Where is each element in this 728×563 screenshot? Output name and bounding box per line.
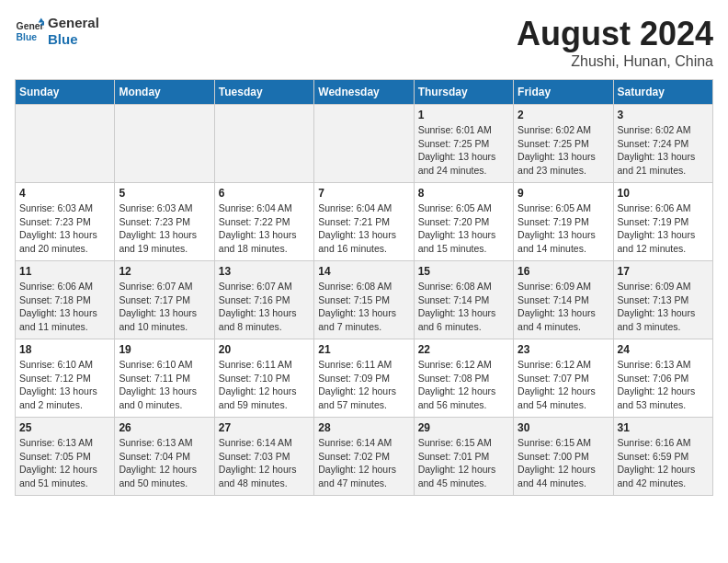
day-number: 21 — [318, 343, 409, 356]
day-cell: 8Sunrise: 6:05 AM Sunset: 7:20 PM Daylig… — [414, 183, 513, 261]
day-cell: 1Sunrise: 6:01 AM Sunset: 7:25 PM Daylig… — [414, 105, 513, 183]
col-wednesday: Wednesday — [314, 80, 414, 105]
logo-name-part1: General — [48, 15, 99, 31]
day-cell: 5Sunrise: 6:03 AM Sunset: 7:23 PM Daylig… — [115, 183, 214, 261]
day-number: 6 — [219, 187, 310, 200]
day-info: Sunrise: 6:10 AM Sunset: 7:11 PM Dayligh… — [119, 358, 210, 412]
day-number: 22 — [418, 343, 509, 356]
col-monday: Monday — [115, 80, 214, 105]
day-info: Sunrise: 6:11 AM Sunset: 7:09 PM Dayligh… — [318, 358, 409, 412]
day-number: 7 — [318, 187, 409, 200]
day-info: Sunrise: 6:16 AM Sunset: 6:59 PM Dayligh… — [618, 436, 709, 490]
day-cell: 14Sunrise: 6:08 AM Sunset: 7:15 PM Dayli… — [314, 261, 414, 339]
week-row-5: 25Sunrise: 6:13 AM Sunset: 7:05 PM Dayli… — [16, 418, 713, 496]
day-info: Sunrise: 6:09 AM Sunset: 7:14 PM Dayligh… — [518, 280, 609, 334]
day-cell: 30Sunrise: 6:15 AM Sunset: 7:00 PM Dayli… — [514, 418, 613, 496]
day-number: 9 — [518, 187, 609, 200]
day-info: Sunrise: 6:14 AM Sunset: 7:03 PM Dayligh… — [219, 436, 310, 490]
day-info: Sunrise: 6:02 AM Sunset: 7:25 PM Dayligh… — [518, 123, 609, 178]
day-info: Sunrise: 6:07 AM Sunset: 7:17 PM Dayligh… — [119, 280, 210, 334]
week-row-1: 1Sunrise: 6:01 AM Sunset: 7:25 PM Daylig… — [16, 105, 713, 183]
day-number: 25 — [19, 421, 110, 434]
calendar-title: August 2024 — [517, 15, 713, 53]
day-number: 17 — [618, 265, 709, 278]
day-number: 12 — [119, 265, 210, 278]
day-cell: 13Sunrise: 6:07 AM Sunset: 7:16 PM Dayli… — [214, 261, 313, 339]
logo-name-part2: Blue — [48, 31, 99, 48]
week-row-3: 11Sunrise: 6:06 AM Sunset: 7:18 PM Dayli… — [16, 261, 713, 339]
day-number: 2 — [518, 109, 609, 121]
logo: General Blue General Blue — [15, 15, 99, 48]
day-number: 8 — [418, 187, 509, 200]
day-number: 13 — [219, 265, 310, 278]
day-cell: 9Sunrise: 6:05 AM Sunset: 7:19 PM Daylig… — [514, 183, 613, 261]
col-sunday: Sunday — [16, 80, 115, 105]
day-number: 29 — [418, 421, 509, 434]
day-cell: 12Sunrise: 6:07 AM Sunset: 7:17 PM Dayli… — [115, 261, 214, 339]
day-cell: 25Sunrise: 6:13 AM Sunset: 7:05 PM Dayli… — [16, 418, 115, 496]
day-info: Sunrise: 6:03 AM Sunset: 7:23 PM Dayligh… — [19, 201, 110, 256]
day-info: Sunrise: 6:13 AM Sunset: 7:05 PM Dayligh… — [19, 436, 110, 490]
day-info: Sunrise: 6:13 AM Sunset: 7:04 PM Dayligh… — [119, 436, 210, 490]
svg-text:Blue: Blue — [17, 32, 38, 42]
day-cell: 4Sunrise: 6:03 AM Sunset: 7:23 PM Daylig… — [16, 183, 115, 261]
title-block: August 2024 Zhushi, Hunan, China — [517, 15, 713, 70]
day-number: 14 — [318, 265, 409, 278]
day-info: Sunrise: 6:15 AM Sunset: 7:01 PM Dayligh… — [418, 436, 509, 490]
day-info: Sunrise: 6:11 AM Sunset: 7:10 PM Dayligh… — [219, 358, 310, 412]
day-cell: 26Sunrise: 6:13 AM Sunset: 7:04 PM Dayli… — [115, 418, 214, 496]
day-info: Sunrise: 6:07 AM Sunset: 7:16 PM Dayligh… — [219, 280, 310, 334]
day-info: Sunrise: 6:04 AM Sunset: 7:21 PM Dayligh… — [318, 201, 409, 256]
day-cell: 31Sunrise: 6:16 AM Sunset: 6:59 PM Dayli… — [613, 418, 712, 496]
day-number: 15 — [418, 265, 509, 278]
day-cell: 27Sunrise: 6:14 AM Sunset: 7:03 PM Dayli… — [214, 418, 313, 496]
day-number: 24 — [618, 343, 709, 356]
day-info: Sunrise: 6:02 AM Sunset: 7:24 PM Dayligh… — [618, 123, 709, 178]
day-info: Sunrise: 6:06 AM Sunset: 7:18 PM Dayligh… — [19, 280, 110, 334]
day-cell: 22Sunrise: 6:12 AM Sunset: 7:08 PM Dayli… — [414, 339, 513, 418]
day-cell: 18Sunrise: 6:10 AM Sunset: 7:12 PM Dayli… — [16, 339, 115, 418]
calendar-subtitle: Zhushi, Hunan, China — [517, 53, 713, 70]
day-cell — [16, 105, 115, 183]
day-cell: 21Sunrise: 6:11 AM Sunset: 7:09 PM Dayli… — [314, 339, 414, 418]
day-number: 20 — [219, 343, 310, 356]
day-cell — [314, 105, 414, 183]
day-cell: 29Sunrise: 6:15 AM Sunset: 7:01 PM Dayli… — [414, 418, 513, 496]
day-info: Sunrise: 6:15 AM Sunset: 7:00 PM Dayligh… — [518, 436, 609, 490]
day-number: 3 — [618, 109, 709, 121]
day-cell: 28Sunrise: 6:14 AM Sunset: 7:02 PM Dayli… — [314, 418, 414, 496]
col-tuesday: Tuesday — [214, 80, 313, 105]
day-info: Sunrise: 6:12 AM Sunset: 7:08 PM Dayligh… — [418, 358, 509, 412]
col-friday: Friday — [514, 80, 613, 105]
logo-icon: General Blue — [15, 17, 44, 46]
day-info: Sunrise: 6:03 AM Sunset: 7:23 PM Dayligh… — [119, 201, 210, 256]
day-cell: 10Sunrise: 6:06 AM Sunset: 7:19 PM Dayli… — [613, 183, 712, 261]
week-row-4: 18Sunrise: 6:10 AM Sunset: 7:12 PM Dayli… — [16, 339, 713, 418]
day-cell: 3Sunrise: 6:02 AM Sunset: 7:24 PM Daylig… — [613, 105, 712, 183]
day-number: 5 — [119, 187, 210, 200]
day-info: Sunrise: 6:08 AM Sunset: 7:14 PM Dayligh… — [418, 280, 509, 334]
day-info: Sunrise: 6:05 AM Sunset: 7:19 PM Dayligh… — [518, 201, 609, 256]
day-cell: 19Sunrise: 6:10 AM Sunset: 7:11 PM Dayli… — [115, 339, 214, 418]
calendar-table: Sunday Monday Tuesday Wednesday Thursday… — [15, 79, 713, 496]
day-info: Sunrise: 6:13 AM Sunset: 7:06 PM Dayligh… — [618, 358, 709, 412]
day-cell: 23Sunrise: 6:12 AM Sunset: 7:07 PM Dayli… — [514, 339, 613, 418]
day-cell: 11Sunrise: 6:06 AM Sunset: 7:18 PM Dayli… — [16, 261, 115, 339]
day-cell: 16Sunrise: 6:09 AM Sunset: 7:14 PM Dayli… — [514, 261, 613, 339]
calendar-header-row: Sunday Monday Tuesday Wednesday Thursday… — [16, 80, 713, 105]
day-number: 26 — [119, 421, 210, 434]
day-info: Sunrise: 6:01 AM Sunset: 7:25 PM Dayligh… — [418, 123, 509, 178]
day-info: Sunrise: 6:08 AM Sunset: 7:15 PM Dayligh… — [318, 280, 409, 334]
col-thursday: Thursday — [414, 80, 513, 105]
day-number: 28 — [318, 421, 409, 434]
day-number: 30 — [518, 421, 609, 434]
day-number: 11 — [19, 265, 110, 278]
day-cell: 6Sunrise: 6:04 AM Sunset: 7:22 PM Daylig… — [214, 183, 313, 261]
svg-marker-2 — [39, 18, 44, 23]
day-cell: 24Sunrise: 6:13 AM Sunset: 7:06 PM Dayli… — [613, 339, 712, 418]
day-number: 16 — [518, 265, 609, 278]
col-saturday: Saturday — [613, 80, 712, 105]
day-number: 18 — [19, 343, 110, 356]
day-number: 10 — [618, 187, 709, 200]
day-info: Sunrise: 6:14 AM Sunset: 7:02 PM Dayligh… — [318, 436, 409, 490]
